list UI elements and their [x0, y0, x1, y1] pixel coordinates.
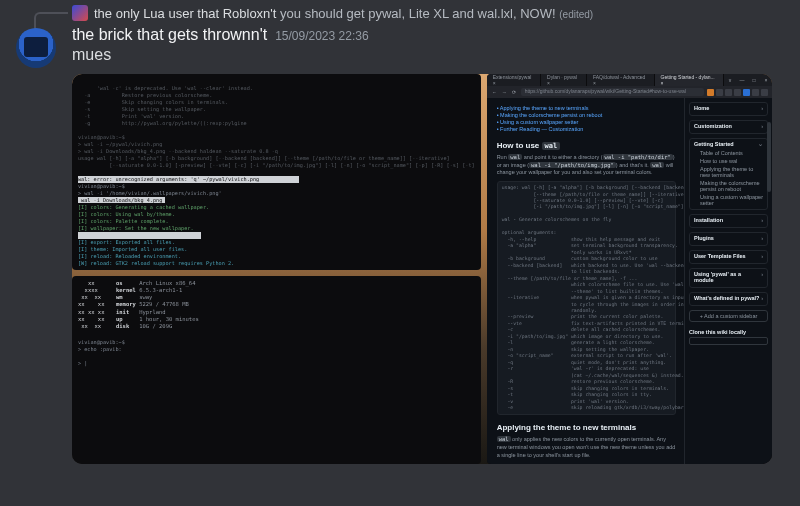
extension-icon[interactable]: [716, 89, 723, 96]
scrollbar[interactable]: [767, 122, 771, 192]
forward-icon[interactable]: →: [501, 89, 508, 96]
clone-url-field[interactable]: [689, 337, 768, 345]
term-selection: wal -i Downloads/bkg_4.png: [78, 197, 165, 203]
chevron-right-icon: ›: [761, 295, 763, 301]
wiki-toc-list: Applying the theme to new terminals Maki…: [497, 104, 676, 138]
term-divider: [78, 232, 201, 239]
toc-link[interactable]: Using a custom wallpaper setter: [497, 118, 676, 125]
edited-tag: (edited): [559, 9, 593, 20]
browser-tabstrip: Extensions/pywal × Dylan · pywal × FAQ/d…: [487, 74, 772, 86]
clone-heading: Clone this wiki locally: [689, 328, 768, 337]
sidebar-link[interactable]: User Template Files: [694, 253, 746, 259]
toc-link[interactable]: Making the colorscheme persist on reboot: [497, 111, 676, 118]
browser-window: Extensions/pywal × Dylan · pywal × FAQ/d…: [487, 74, 772, 464]
neofetch-logo: xx xxxx xx xx xx xx xx xx xx xx xx xx xx: [78, 280, 108, 330]
sidebar-sublink[interactable]: How to use wal: [694, 157, 763, 165]
term-output-3: [I] colors: Generating a cached wallpape…: [78, 204, 209, 231]
prompt-2: > echo :pavib:: [78, 346, 122, 352]
neofetch-info: os Arch Linux x86_64 kernel 6.5.3-arch1-…: [116, 280, 199, 330]
url-bar[interactable]: https://github.com/dylanaraps/pywal/wiki…: [521, 88, 704, 96]
sidebar-link[interactable]: What's defined in pywal?: [694, 295, 759, 301]
sidebar-sublink[interactable]: Making the colorscheme persist on reboot: [694, 179, 763, 193]
chevron-right-icon: ›: [761, 123, 763, 129]
chevron-right-icon: ›: [761, 217, 763, 223]
toc-link[interactable]: Applying the theme to new terminals: [497, 104, 676, 111]
browser-tab[interactable]: Dylan · pywal ×: [541, 74, 587, 86]
sidebar-link[interactable]: Customization: [694, 123, 732, 129]
chevron-right-icon: ›: [761, 271, 763, 283]
maximize-icon[interactable]: □: [748, 74, 760, 86]
sidebar-sublink[interactable]: Applying the theme to new terminals: [694, 165, 763, 179]
reload-icon[interactable]: ⟳: [511, 89, 518, 96]
chevron-right-icon: ›: [761, 253, 763, 259]
wiki-sidebar: Home› Customization› Getting Started⌄ Ta…: [684, 98, 772, 464]
sidebar-link[interactable]: Plugins: [694, 235, 714, 241]
browser-tab[interactable]: FAQ/dotwal - Advanced ×: [587, 74, 655, 86]
reply-preview-text: the only Lua user that Robloxn't you sho…: [94, 6, 800, 21]
wiki-paragraph: wal only applies the new colors to the c…: [497, 436, 676, 463]
toc-link[interactable]: Further Reading — Customization: [497, 125, 676, 132]
chevron-right-icon: ›: [761, 105, 763, 111]
reply-avatar: [72, 5, 88, 21]
menu-icon[interactable]: [761, 89, 768, 96]
term-output: 'wal -c' is deprecated. Use 'wal --clear…: [78, 85, 475, 168]
wiki-heading-applying: Applying the theme to new terminals: [497, 420, 676, 436]
sidebar-sublink[interactable]: Table of Contents: [694, 149, 763, 157]
browser-toolbar: ← → ⟳ https://github.com/dylanaraps/pywa…: [487, 86, 772, 98]
chevron-down-icon: ⌄: [758, 141, 763, 147]
term-output-2: vivian@pavib:~$ > wal -i '/home/vivian/.…: [78, 183, 222, 196]
author-name[interactable]: the brick that gets thrownn't: [72, 26, 267, 44]
reply-context[interactable]: the only Lua user that Robloxn't you sho…: [0, 0, 800, 22]
extension-icon[interactable]: [734, 89, 741, 96]
term-output-4: [I] export: Exported all files. [I] them…: [78, 239, 403, 270]
term-error-highlight: wal: error: unrecognized arguments: 'q' …: [78, 176, 299, 183]
browser-tab[interactable]: Extensions/pywal ×: [487, 74, 541, 86]
wiki-heading-how-to-use: How to use wal: [497, 138, 676, 154]
chevron-right-icon: ›: [761, 235, 763, 241]
sidebar-link[interactable]: Using 'pywal' as a module: [694, 271, 761, 283]
extension-icon[interactable]: [725, 89, 732, 96]
sidebar-link[interactable]: Getting Started: [694, 141, 734, 147]
terminal-window-bottom: xx xxxx xx xx xx xx xx xx xx xx xx xx xx…: [72, 276, 481, 464]
wiki-paragraph: Run wal and point it to either a directo…: [497, 154, 676, 181]
message-timestamp: 15/09/2023 22:36: [275, 29, 368, 43]
reply-snippet: you should get pywal, Lite XL and wal.lx…: [280, 6, 556, 21]
extension-icon[interactable]: [707, 89, 714, 96]
sidebar-link[interactable]: Installation: [694, 217, 723, 223]
back-icon[interactable]: ←: [491, 89, 498, 96]
prompt-1: vivian@pavib:~$: [78, 339, 125, 345]
terminal-window-top: 'wal -c' is deprecated. Use 'wal --clear…: [72, 74, 481, 270]
add-sidebar-button[interactable]: + Add a custom sidebar: [689, 310, 768, 322]
wiki-page: Applying the theme to new terminals Maki…: [487, 98, 772, 464]
extension-icon[interactable]: [743, 89, 750, 96]
dropdown-icon[interactable]: v: [724, 74, 736, 86]
extension-icon[interactable]: [752, 89, 759, 96]
extension-icons: [707, 89, 768, 96]
wiki-code-block: usage: wal [-h] [-a "alpha"] [-b backgro…: [497, 181, 676, 415]
window-controls: v — □ ×: [724, 74, 772, 86]
message-content: mues: [72, 44, 784, 66]
reply-author: the only Lua user that Robloxn't: [94, 6, 276, 21]
message-row: the brick that gets thrownn't 15/09/2023…: [0, 22, 800, 68]
minimize-icon[interactable]: —: [736, 74, 748, 86]
sidebar-sublink[interactable]: Using a custom wallpaper setter: [694, 193, 763, 207]
prompt-3: > |: [78, 360, 87, 366]
close-icon[interactable]: ×: [760, 74, 772, 86]
browser-tab-active[interactable]: Getting Started - dylan... ×: [655, 74, 724, 86]
wiki-main: Applying the theme to new terminals Maki…: [487, 98, 684, 464]
image-attachment[interactable]: 'wal -c' is deprecated. Use 'wal --clear…: [72, 74, 772, 464]
sidebar-link[interactable]: Home: [694, 105, 709, 111]
author-avatar[interactable]: [16, 28, 56, 68]
